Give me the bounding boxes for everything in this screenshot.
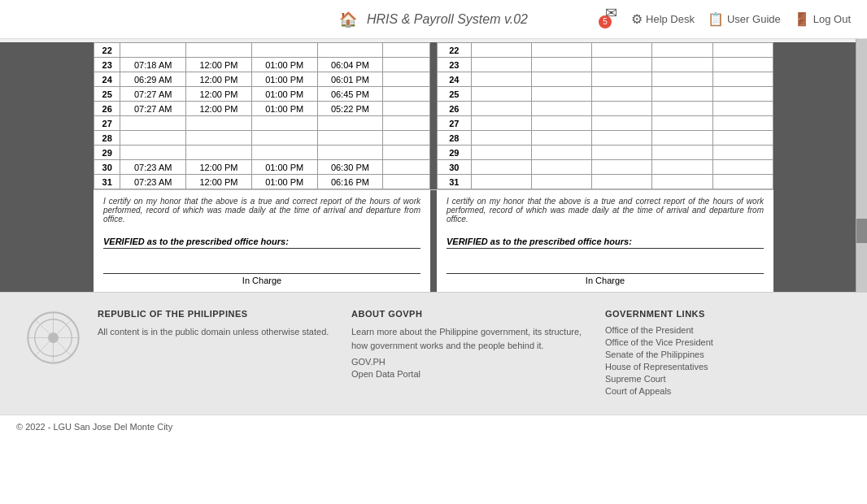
verified-divider <box>430 230 437 292</box>
tables-center: 22 23 07:18 AM 12:00 PM 01:00 PM 06:04 P… <box>94 42 773 292</box>
am-out-cell: 12:00 PM <box>186 72 252 87</box>
verified-right-label: VERIFIED as to the prescribed office hou… <box>447 237 764 249</box>
logout-btn[interactable]: 🚪 Log Out <box>794 11 851 27</box>
am-in-cell <box>120 131 186 146</box>
right-table-row: 31 <box>438 175 773 189</box>
r-c5 <box>712 131 773 146</box>
r-c5 <box>712 58 773 72</box>
cert-divider <box>430 190 437 230</box>
right-table-row: 30 <box>438 160 773 175</box>
day-cell: 24 <box>94 72 120 87</box>
cert-right-text: I certify on my honor that the above is … <box>447 197 764 224</box>
day-cell: 30 <box>438 160 472 175</box>
am-in-cell: 07:27 AM <box>120 87 186 102</box>
r-c4 <box>652 175 712 189</box>
day-cell: 27 <box>438 116 472 131</box>
day-cell: 29 <box>94 146 120 160</box>
undertime-cell <box>383 116 430 131</box>
r-c2 <box>531 131 591 146</box>
user-guide-btn[interactable]: 📋 User Guide <box>708 11 781 27</box>
pm-out-cell <box>317 43 383 58</box>
r-c4 <box>652 43 712 58</box>
undertime-cell <box>383 102 430 116</box>
day-cell: 23 <box>94 58 120 72</box>
am-out-cell <box>186 116 252 131</box>
r-c5 <box>712 160 773 175</box>
am-out-cell <box>186 146 252 160</box>
verified-left-label: VERIFIED as to the prescribed office hou… <box>103 237 420 249</box>
r-c5 <box>712 175 773 189</box>
undertime-cell <box>383 175 430 189</box>
mail-badge: 5 <box>599 15 612 28</box>
gov-link[interactable]: Office of the Vice President <box>605 337 843 347</box>
footer-about-text: Learn more about the Philippine governme… <box>351 325 589 352</box>
left-table-row: 29 <box>94 146 430 160</box>
home-icon[interactable]: 🏠 <box>339 11 357 28</box>
left-table-row: 27 <box>94 116 430 131</box>
right-table-row: 26 <box>438 102 773 116</box>
footer-gov-links: Office of the PresidentOffice of the Vic… <box>605 325 843 396</box>
r-c3 <box>592 72 652 87</box>
r-c2 <box>531 58 591 72</box>
r-c3 <box>592 102 652 116</box>
r-c2 <box>531 87 591 102</box>
right-table-row: 25 <box>438 87 773 102</box>
r-c3 <box>592 160 652 175</box>
pm-out-cell <box>317 116 383 131</box>
cert-left-text: I certify on my honor that the above is … <box>103 197 420 224</box>
table-center-divider <box>430 42 437 189</box>
r-c5 <box>712 102 773 116</box>
help-desk-btn[interactable]: ⚙ Help Desk <box>631 11 695 27</box>
day-cell: 31 <box>94 175 120 189</box>
undertime-cell <box>383 160 430 175</box>
footer: REPUBLIC OF THE PHILIPPINES All content … <box>0 292 867 415</box>
r-c1 <box>471 131 531 146</box>
pm-in-cell: 01:00 PM <box>251 175 317 189</box>
scrollbar[interactable] <box>856 39 867 292</box>
pm-out-cell: 06:16 PM <box>317 175 383 189</box>
gov-link[interactable]: House of Representatives <box>605 362 843 371</box>
gov-link[interactable]: Supreme Court <box>605 374 843 384</box>
left-table-row: 26 07:27 AM 12:00 PM 01:00 PM 05:22 PM <box>94 102 430 116</box>
r-c2 <box>531 175 591 189</box>
in-charge-right: In Charge <box>447 273 764 285</box>
mail-wrap[interactable]: ✉ 5 <box>605 4 618 35</box>
header: 🏠 HRIS & Payroll System v.02 ✉ 5 ⚙ Help … <box>0 0 867 39</box>
main-area: 22 23 07:18 AM 12:00 PM 01:00 PM 06:04 P… <box>0 39 867 292</box>
am-in-cell <box>120 116 186 131</box>
r-c1 <box>471 175 531 189</box>
about-link[interactable]: Open Data Portal <box>351 369 589 379</box>
footer-govlinks-col: GOVERNMENT LINKS Office of the President… <box>605 309 843 398</box>
copyright-text: © 2022 - LGU San Jose Del Monte City <box>16 422 172 432</box>
right-table-row: 22 <box>438 43 773 58</box>
r-c4 <box>652 102 712 116</box>
r-c1 <box>471 160 531 175</box>
gov-link[interactable]: Office of the President <box>605 325 843 335</box>
day-cell: 25 <box>94 87 120 102</box>
pm-out-cell: 06:04 PM <box>317 58 383 72</box>
r-c1 <box>471 43 531 58</box>
am-in-cell <box>120 146 186 160</box>
logout-icon: 🚪 <box>794 11 810 27</box>
day-cell: 26 <box>94 102 120 116</box>
pm-out-cell: 06:45 PM <box>317 87 383 102</box>
right-table-row: 23 <box>438 58 773 72</box>
pm-out-cell <box>317 131 383 146</box>
gov-link[interactable]: Senate of the Philippines <box>605 350 843 359</box>
about-link[interactable]: GOV.PH <box>351 357 589 367</box>
gov-seal-icon <box>27 311 80 364</box>
gov-link[interactable]: Court of Appeals <box>605 386 843 396</box>
left-table-row: 30 07:23 AM 12:00 PM 01:00 PM 06:30 PM <box>94 160 430 175</box>
r-c1 <box>471 116 531 131</box>
scrollbar-thumb[interactable] <box>856 219 867 243</box>
r-c2 <box>531 43 591 58</box>
tables-wrapper: 22 23 07:18 AM 12:00 PM 01:00 PM 06:04 P… <box>0 39 867 292</box>
verified-left: VERIFIED as to the prescribed office hou… <box>94 230 430 292</box>
r-c4 <box>652 87 712 102</box>
pm-in-cell: 01:00 PM <box>251 72 317 87</box>
r-c2 <box>531 102 591 116</box>
am-in-cell <box>120 43 186 58</box>
cert-section: I certify on my honor that the above is … <box>94 189 773 230</box>
help-desk-label: Help Desk <box>646 13 695 25</box>
user-guide-label: User Guide <box>727 13 781 25</box>
